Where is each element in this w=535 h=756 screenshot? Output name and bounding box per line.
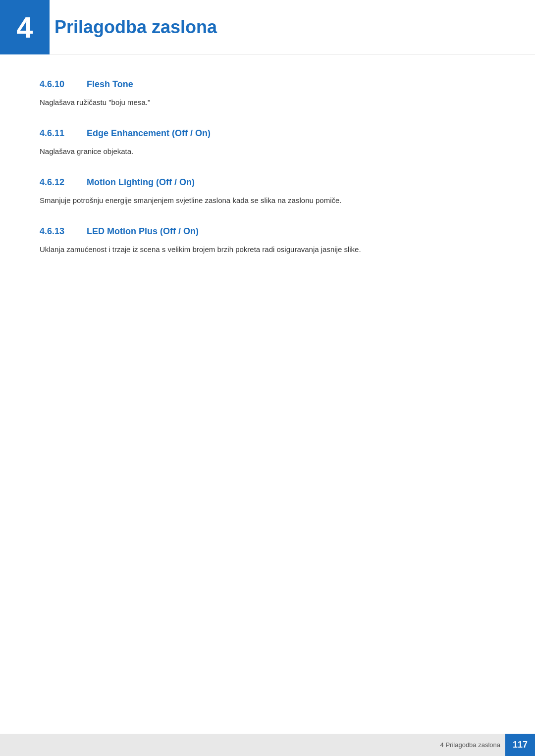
section-title-4612: Motion Lighting (Off / On) xyxy=(87,177,195,188)
footer-chapter-label: 4 Prilagodba zaslona xyxy=(440,741,505,749)
chapter-number-block: 4 xyxy=(0,0,50,54)
footer-page-number: 117 xyxy=(505,734,535,756)
section-heading-4613: 4.6.13 LED Motion Plus (Off / On) xyxy=(40,226,495,237)
section-body-4613: Uklanja zamućenost i trzaje iz scena s v… xyxy=(40,244,495,255)
section-heading-4611: 4.6.11 Edge Enhancement (Off / On) xyxy=(40,128,495,139)
page-header: 4 Prilagodba zaslona xyxy=(0,0,535,54)
section-body-4610: Naglašava ružičastu "boju mesa." xyxy=(40,97,495,108)
section-number-4612: 4.6.12 xyxy=(40,177,72,188)
section-heading-4612: 4.6.12 Motion Lighting (Off / On) xyxy=(40,177,495,188)
page-footer: 4 Prilagodba zaslona 117 xyxy=(0,734,535,756)
section-title-4610: Flesh Tone xyxy=(87,79,133,90)
section-title-4611: Edge Enhancement (Off / On) xyxy=(87,128,211,139)
section-number-4611: 4.6.11 xyxy=(40,128,72,139)
section-number-4613: 4.6.13 xyxy=(40,226,72,237)
section-heading-4610: 4.6.10 Flesh Tone xyxy=(40,79,495,90)
section-number-4610: 4.6.10 xyxy=(40,79,72,90)
section-body-4612: Smanjuje potrošnju energije smanjenjem s… xyxy=(40,195,495,206)
chapter-title: Prilagodba zaslona xyxy=(54,17,217,38)
section-title-4613: LED Motion Plus (Off / On) xyxy=(87,226,199,237)
section-body-4611: Naglašava granice objekata. xyxy=(40,146,495,157)
main-content: 4.6.10 Flesh Tone Naglašava ružičastu "b… xyxy=(0,54,535,310)
chapter-number: 4 xyxy=(16,10,33,45)
